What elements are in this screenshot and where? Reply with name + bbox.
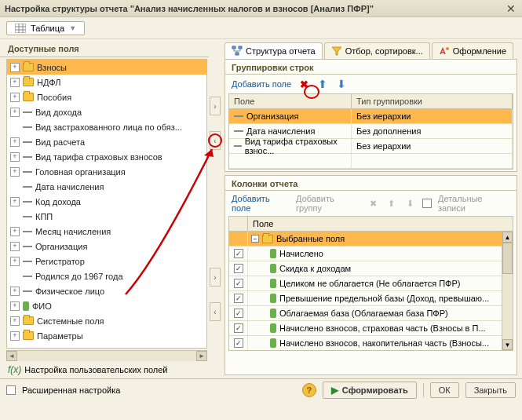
move-left-button[interactable]: ‹ <box>210 131 221 150</box>
tree-item[interactable]: +Вид тарифа страховых взносов <box>7 149 206 164</box>
tree-item[interactable]: +Вид расчета <box>7 134 206 149</box>
expand-icon[interactable]: + <box>10 93 20 102</box>
tab[interactable]: Отбор, сортировк... <box>324 42 430 59</box>
attribute-icon <box>270 279 276 288</box>
column-checkbox[interactable]: ✓ <box>234 323 243 333</box>
tree-item[interactable]: +Вид дохода <box>7 104 206 119</box>
table-row[interactable]: ✓Начислено взносов, накопительная часть … <box>229 336 513 351</box>
tree-item[interactable]: Вид застрахованного лица по обяз... <box>7 119 206 134</box>
view-mode-button[interactable]: Таблица ▼ <box>6 21 85 35</box>
expand-icon[interactable]: + <box>10 152 20 162</box>
move-up-icon[interactable]: ⬆ <box>316 78 329 90</box>
column-checkbox[interactable]: ✓ <box>234 309 243 318</box>
add-field-link[interactable]: Добавить поле <box>232 79 291 89</box>
expand-icon[interactable]: + <box>10 331 20 341</box>
user-fields-button[interactable]: f(x) Настройка пользовательских полей <box>0 361 209 378</box>
vertical-scrollbar[interactable]: ▲ ▼ <box>502 232 513 350</box>
expand-icon[interactable]: + <box>10 63 20 72</box>
tab[interactable]: Оформление <box>432 42 513 59</box>
col-move-down-icon[interactable]: ⬇ <box>404 197 417 210</box>
table-row[interactable]: ✓Начислено <box>229 247 513 261</box>
field-icon <box>23 290 32 292</box>
attribute-icon <box>270 323 276 333</box>
add-column-group-link[interactable]: Добавить группу <box>296 194 360 213</box>
column-checkbox[interactable]: ✓ <box>234 249 243 258</box>
tree-item[interactable]: Родился до 1967 года <box>7 268 206 283</box>
expand-icon[interactable]: + <box>10 287 20 296</box>
col-move-up-icon[interactable]: ⬆ <box>385 197 398 210</box>
extended-settings-checkbox[interactable] <box>6 385 16 395</box>
scroll-left-icon[interactable]: ◄ <box>6 351 17 361</box>
tree-item[interactable]: Дата начисления <box>7 179 206 194</box>
delete-column-icon[interactable]: ✖ <box>367 197 379 210</box>
expand-icon[interactable]: + <box>10 78 20 87</box>
columns-grid[interactable]: Поле −Выбранные поля✓Начислено✓Скидка к … <box>228 216 513 351</box>
tree-item[interactable]: +Пособия <box>7 89 206 104</box>
tree-item[interactable]: +Месяц начисления <box>7 224 206 239</box>
add-column-field-link[interactable]: Добавить поле <box>232 194 290 213</box>
tree-item-label: Взносы <box>37 63 67 72</box>
tree-item[interactable]: +Головная организация <box>7 164 206 179</box>
table-row[interactable]: ✓Скидка к доходам <box>229 261 513 276</box>
tree-item[interactable]: +Взносы <box>7 60 206 75</box>
tree-item[interactable]: +Параметры <box>7 328 206 343</box>
table-row[interactable]: ОрганизацияБез иерархии <box>229 109 513 124</box>
tree-item[interactable]: +НДФЛ <box>7 75 206 89</box>
tree-item[interactable]: +Системные поля <box>7 313 206 328</box>
tree-item[interactable]: +Код дохода <box>7 194 206 209</box>
field-icon <box>23 261 32 262</box>
expand-icon[interactable]: + <box>10 316 20 326</box>
table-row[interactable]: Вид тарифа страховых взнос...Без иерархи… <box>229 139 513 154</box>
column-checkbox[interactable]: ✓ <box>234 264 243 273</box>
tree-item-label: Вид тарифа страховых взносов <box>35 152 162 162</box>
generate-button[interactable]: ▶ Сформировать <box>323 382 417 399</box>
tree-item-label: Вид дохода <box>35 108 82 117</box>
scroll-right-icon[interactable]: ► <box>196 351 207 361</box>
expand-icon[interactable]: + <box>10 301 20 311</box>
table-row[interactable]: ✓Целиком не облагается (Не облагается ПФ… <box>229 276 513 291</box>
tree-item[interactable]: +Организация <box>7 239 206 254</box>
tree-item-label: Пособия <box>37 93 71 102</box>
tree-item[interactable]: КПП <box>7 209 206 224</box>
tree-item[interactable]: +Физическое лицо <box>7 283 206 298</box>
scroll-thumb[interactable] <box>502 243 513 274</box>
expand-icon[interactable]: + <box>10 197 20 206</box>
expand-icon[interactable]: + <box>10 108 20 117</box>
tree-item[interactable]: +Регистратор <box>7 254 206 268</box>
detailed-records-checkbox[interactable] <box>422 199 432 208</box>
move-down-icon[interactable]: ⬇ <box>335 78 348 90</box>
fields-tree[interactable]: +Взносы+НДФЛ+Пособия+Вид доходаВид застр… <box>6 59 207 349</box>
scroll-down-icon[interactable]: ▼ <box>502 339 513 350</box>
expand-icon[interactable]: + <box>10 227 20 236</box>
tree-item[interactable]: +ФИО <box>7 298 206 313</box>
column-checkbox[interactable]: ✓ <box>234 338 243 348</box>
move-right-button[interactable]: › <box>210 97 221 115</box>
folder-icon <box>23 331 34 340</box>
horizontal-scrollbar[interactable]: ◄ ► <box>6 350 207 361</box>
ok-button[interactable]: ОК <box>430 382 459 398</box>
tree-item-label: НДФЛ <box>37 78 60 87</box>
table-row[interactable]: ✓Облагаемая база (Облагаемая база ПФР) <box>229 306 513 321</box>
groups-grid[interactable]: Поле Тип группировки ОрганизацияБез иера… <box>228 93 513 170</box>
move-right-button-2[interactable]: › <box>210 268 221 287</box>
table-row[interactable]: ✓Начислено взносов, страховая часть (Взн… <box>229 321 513 336</box>
column-checkbox[interactable]: ✓ <box>234 279 243 288</box>
expand-icon[interactable]: + <box>10 257 20 266</box>
svg-rect-6 <box>239 46 242 49</box>
group-type: Без иерархии <box>352 139 513 153</box>
expand-icon[interactable]: + <box>10 167 20 177</box>
table-row[interactable]: −Выбранные поля <box>229 232 513 247</box>
tab[interactable]: Структура отчета <box>224 42 323 59</box>
delete-icon[interactable]: ✖ <box>298 78 310 90</box>
expand-icon[interactable]: + <box>10 242 20 251</box>
group-type: Без иерархии <box>352 109 513 123</box>
table-row[interactable]: ✓Превышение предельной базы (Доход, прев… <box>229 291 513 306</box>
column-checkbox[interactable]: ✓ <box>234 294 243 303</box>
close-icon[interactable]: ✕ <box>505 2 517 15</box>
help-icon[interactable]: ? <box>302 383 316 397</box>
move-left-button-2[interactable]: ‹ <box>210 302 221 321</box>
expand-icon[interactable]: + <box>10 137 20 147</box>
close-button[interactable]: Закрыть <box>465 382 516 398</box>
collapse-icon[interactable]: − <box>251 235 259 243</box>
scroll-up-icon[interactable]: ▲ <box>502 232 513 243</box>
